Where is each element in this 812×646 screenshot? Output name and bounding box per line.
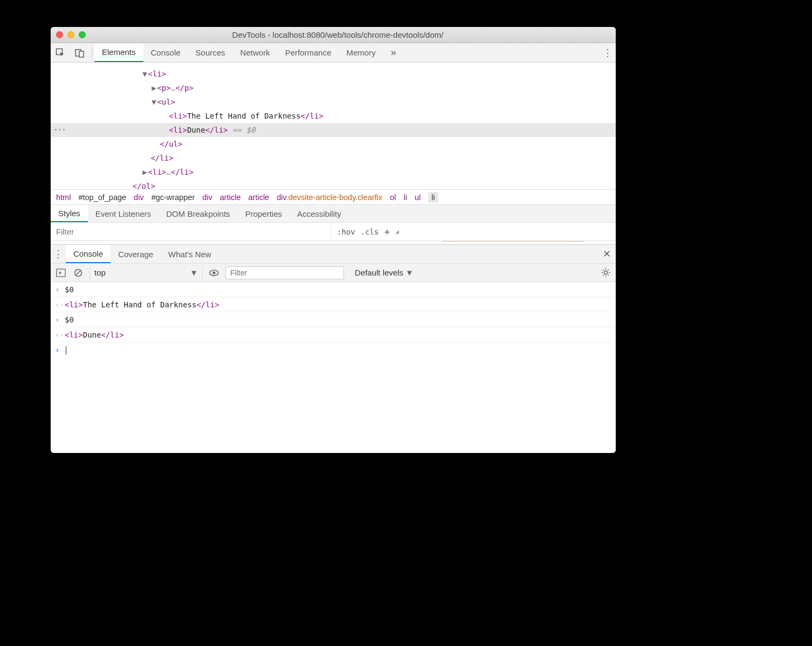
breadcrumb-item[interactable]: html [56,193,71,202]
svg-line-16 [608,270,609,271]
tab-sources[interactable]: Sources [188,43,233,62]
subtab-accessibility[interactable]: Accessibility [290,205,349,222]
output-chevron-icon: ‹· [55,331,65,339]
tab-network[interactable]: Network [233,43,278,62]
input-chevron-icon: › [55,285,65,294]
svg-line-14 [608,274,609,276]
execution-context-select[interactable]: top ▼ [90,266,203,280]
styles-toolbar: :hov .cls + ◢ [51,223,616,241]
console-input-row: › $0 [51,282,616,297]
svg-line-13 [603,270,604,271]
window-title: DevTools - localhost:8080/web/tools/chro… [92,30,610,39]
breadcrumb-item-current[interactable]: li [428,192,438,203]
elements-dom-tree[interactable]: ▼<li> ▶<p>…</p> ▼<ul> <li>The Left Hand … [51,63,616,189]
dom-node-selected[interactable]: <li>Dune</li> == $0 [51,123,616,137]
input-chevron-icon: › [55,315,65,324]
cls-toggle[interactable]: .cls [361,228,379,236]
dom-node[interactable]: ▶<p>…</p> [51,81,616,95]
tab-elements[interactable]: Elements [94,43,143,62]
console-filter-input[interactable] [225,266,344,279]
breadcrumb-item[interactable]: #top_of_page [78,193,126,202]
dom-node[interactable]: <li>The Left Hand of Darkness</li> [51,109,616,123]
console-input-row: › $0 [51,312,616,327]
breadcrumb-item[interactable]: div [134,193,144,202]
main-tabbar: Elements Console Sources Network Perform… [51,43,616,63]
console-settings-icon[interactable] [600,268,611,277]
dom-node[interactable]: ▼<li> [51,67,616,81]
svg-line-5 [76,270,81,275]
dom-node[interactable]: </ol> [51,179,616,189]
subtab-dom-breakpoints[interactable]: DOM Breakpoints [159,205,237,222]
chevron-down-icon: ▼ [190,268,198,277]
prompt-chevron-icon: › [55,346,65,354]
drawer-menu-icon[interactable]: ⋮ [51,245,66,263]
drawer-tab-console[interactable]: Console [66,245,111,263]
minimize-window-button[interactable] [67,31,74,38]
dom-breadcrumb: html #top_of_page div #gc-wrapper div ar… [51,189,616,204]
console-output-row: ‹· <li>The Left Hand of Darkness</li> [51,297,616,312]
styles-tabbar: Styles Event Listeners DOM Breakpoints P… [51,204,616,223]
svg-line-15 [603,274,604,276]
drawer-tab-whats-new[interactable]: What's New [161,245,219,263]
console-prompt-row[interactable]: › [51,342,616,358]
titlebar: DevTools - localhost:8080/web/tools/chro… [51,27,616,43]
more-tabs-icon[interactable]: » [386,43,402,62]
box-model-hint [443,241,583,243]
breadcrumb-item[interactable]: li [404,193,407,202]
subtab-event-listeners[interactable]: Event Listeners [88,205,159,222]
breadcrumb-item[interactable]: ul [415,193,421,202]
new-style-rule-icon[interactable]: + [384,226,390,237]
console-toolbar: top ▼ Default levels ▼ [51,264,616,282]
tab-console[interactable]: Console [143,43,188,62]
dom-node[interactable]: </ul> [51,137,616,151]
resize-corner-icon[interactable]: ◢ [395,230,399,234]
svg-point-7 [213,271,216,274]
styles-body [51,241,616,244]
settings-kebab-icon[interactable]: ⋮ [600,43,616,62]
breadcrumb-item[interactable]: article [248,193,269,202]
dom-node[interactable]: ▼<ul> [51,95,616,109]
live-expression-icon[interactable] [208,267,220,279]
inspect-element-icon[interactable] [51,43,70,62]
devtools-window: DevTools - localhost:8080/web/tools/chro… [51,27,616,453]
dom-node[interactable]: </li> [51,151,616,165]
drawer-close-icon[interactable]: ✕ [597,245,616,263]
breadcrumb-item[interactable]: div [202,193,212,202]
breadcrumb-item[interactable]: article [220,193,241,202]
console-sidebar-toggle-icon[interactable] [55,267,67,279]
output-chevron-icon: ‹· [55,300,65,309]
log-levels-select[interactable]: Default levels ▼ [355,268,414,277]
svg-point-8 [604,271,607,274]
console-output[interactable]: › $0 ‹· <li>The Left Hand of Darkness</l… [51,282,616,453]
subtab-styles[interactable]: Styles [51,205,88,222]
close-window-button[interactable] [56,31,63,38]
breadcrumb-item[interactable]: div.devsite-article-body.clearfix [277,193,382,202]
console-prompt-input[interactable] [65,346,611,355]
dom-node[interactable]: ▶<li>…</li> [51,165,616,179]
clear-console-icon[interactable] [72,267,84,279]
hov-toggle[interactable]: :hov [337,228,355,236]
svg-rect-2 [79,51,84,57]
subtab-properties[interactable]: Properties [238,205,290,222]
console-output-row: ‹· <li>Dune</li> [51,327,616,342]
device-toolbar-icon[interactable] [70,43,90,62]
drawer-tab-coverage[interactable]: Coverage [111,245,161,263]
drawer-tabbar: ⋮ Console Coverage What's New ✕ [51,244,616,264]
tab-memory[interactable]: Memory [339,43,383,62]
chevron-down-icon: ▼ [405,268,414,277]
breadcrumb-item[interactable]: #gc-wrapper [152,193,195,202]
breadcrumb-item[interactable]: ol [390,193,396,202]
tab-performance[interactable]: Performance [278,43,339,62]
zoom-window-button[interactable] [79,31,86,38]
styles-filter-input[interactable] [51,223,331,240]
window-controls [56,31,86,38]
